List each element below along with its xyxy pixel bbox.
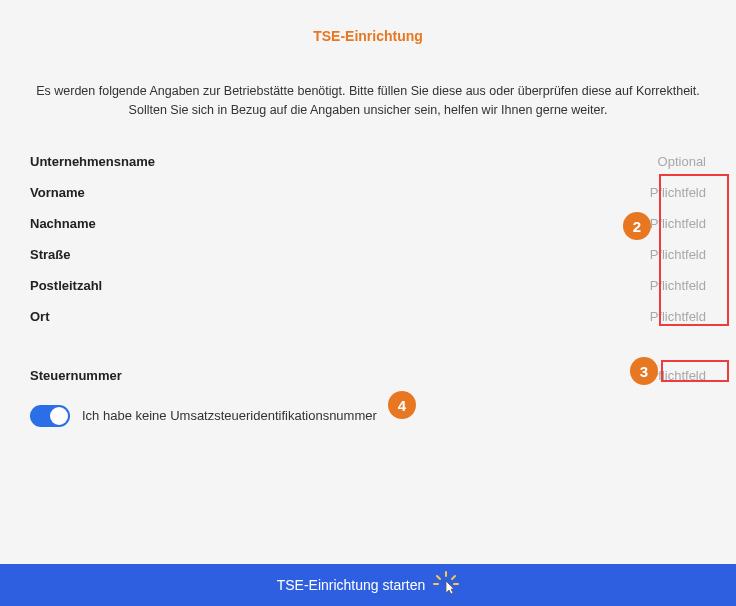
placeholder-zip: Pflichtfeld	[650, 278, 706, 293]
toggle-row: Ich habe keine Umsatzsteueridentifikatio…	[30, 391, 706, 441]
label-taxnumber: Steuernummer	[30, 368, 122, 383]
row-lastname[interactable]: Nachname Pflichtfeld	[30, 208, 706, 239]
svg-line-1	[437, 576, 440, 579]
label-firstname: Vorname	[30, 185, 85, 200]
cursor-icon	[433, 571, 459, 600]
row-taxnumber[interactable]: Steuernummer Pflichtfeld	[30, 360, 706, 391]
row-zip[interactable]: Postleitzahl Pflichtfeld	[30, 270, 706, 301]
page-title: TSE-Einrichtung	[0, 28, 736, 44]
label-company: Unternehmensname	[30, 154, 155, 169]
row-firstname[interactable]: Vorname Pflichtfeld	[30, 177, 706, 208]
label-zip: Postleitzahl	[30, 278, 102, 293]
intro-text: Es werden folgende Angaben zur Betriebst…	[30, 82, 706, 120]
row-street[interactable]: Straße Pflichtfeld	[30, 239, 706, 270]
placeholder-city: Pflichtfeld	[650, 309, 706, 324]
header: TSE-Einrichtung	[0, 0, 736, 62]
toggle-label: Ich habe keine Umsatzsteueridentifikatio…	[82, 408, 377, 423]
content-area: Es werden folgende Angaben zur Betriebst…	[0, 62, 736, 441]
label-lastname: Nachname	[30, 216, 96, 231]
placeholder-company: Optional	[658, 154, 706, 169]
row-company[interactable]: Unternehmensname Optional	[30, 146, 706, 177]
placeholder-taxnumber: Pflichtfeld	[650, 368, 706, 383]
label-street: Straße	[30, 247, 70, 262]
label-city: Ort	[30, 309, 50, 324]
toggle-knob	[50, 407, 68, 425]
row-city[interactable]: Ort Pflichtfeld	[30, 301, 706, 332]
svg-line-2	[452, 576, 455, 579]
placeholder-lastname: Pflichtfeld	[650, 216, 706, 231]
placeholder-firstname: Pflichtfeld	[650, 185, 706, 200]
start-button-label: TSE-Einrichtung starten	[277, 577, 426, 593]
start-button[interactable]: TSE-Einrichtung starten	[0, 564, 736, 606]
placeholder-street: Pflichtfeld	[650, 247, 706, 262]
vat-toggle[interactable]	[30, 405, 70, 427]
